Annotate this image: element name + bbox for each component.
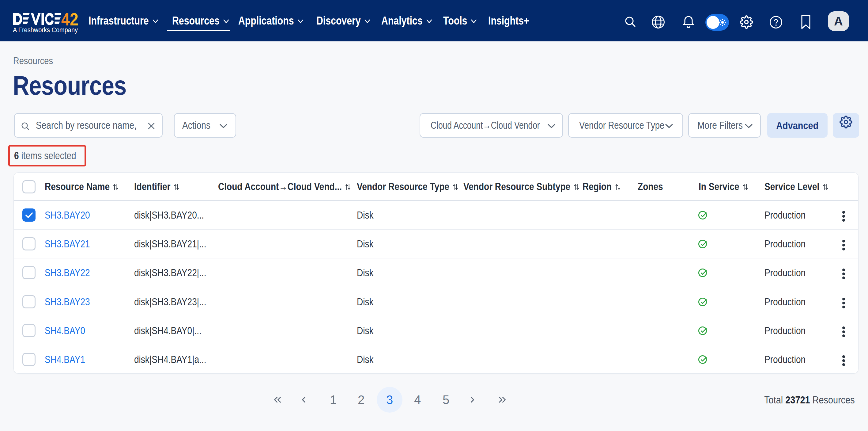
svg-text:A Freshworks Company: A Freshworks Company (13, 26, 78, 34)
